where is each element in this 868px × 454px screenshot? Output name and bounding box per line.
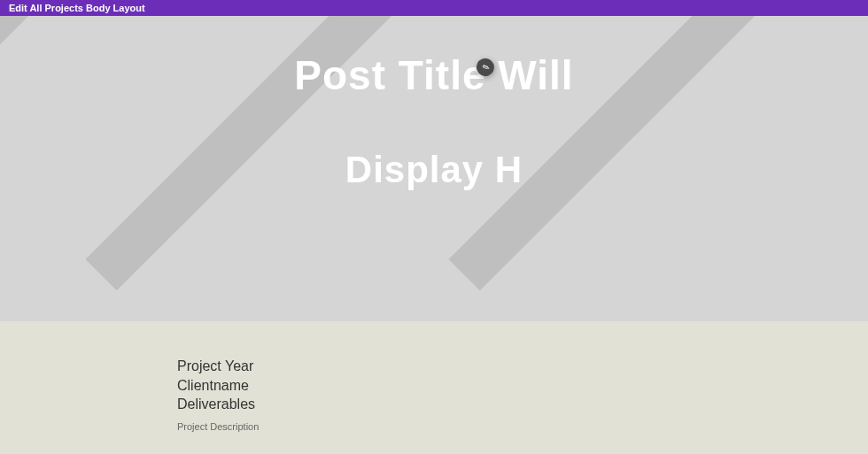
wrench-icon: ✎ xyxy=(480,61,490,73)
meta-deliverables: Deliverables xyxy=(177,395,868,414)
meta-client: Clientname xyxy=(177,376,868,396)
editor-canvas: Post Title Will Display H Project Year C… xyxy=(0,16,868,454)
meta-description: Project Description xyxy=(177,421,868,432)
hero-title-line1: Post Title Will xyxy=(0,51,868,99)
top-bar: Edit All Projects Body Layout xyxy=(0,0,868,16)
hero-section: Post Title Will Display H xyxy=(0,16,868,321)
hero-title-line2: Display H xyxy=(0,149,868,191)
top-bar-title: Edit All Projects Body Layout xyxy=(9,3,145,13)
project-meta-section: Project Year Clientname Deliverables Pro… xyxy=(0,321,868,454)
meta-year: Project Year xyxy=(177,357,868,376)
